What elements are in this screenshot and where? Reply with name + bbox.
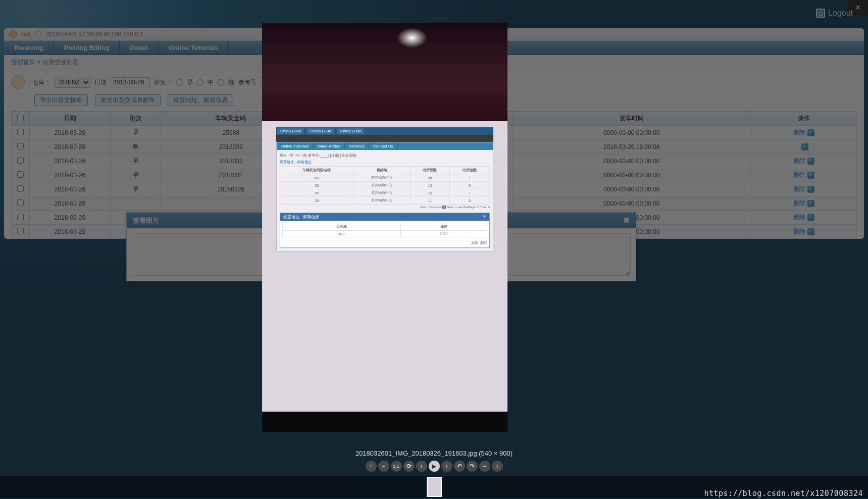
rotate-left-icon[interactable]: ↶ bbox=[454, 461, 465, 472]
flip-horizontal-icon[interactable]: ↔ bbox=[479, 461, 490, 472]
thumbnail[interactable] bbox=[427, 477, 442, 497]
rotate-right-icon[interactable]: ↷ bbox=[467, 461, 478, 472]
watermark: https://blog.csdn.net/x1207008324 bbox=[704, 489, 863, 498]
reset-icon[interactable]: ⟳ bbox=[403, 461, 415, 472]
mock-browser-tabs: China Fu88 China Fu88 China Fu88 bbox=[276, 127, 493, 135]
photo-bottom-bar bbox=[262, 412, 507, 432]
flip-vertical-icon[interactable]: ↕ bbox=[492, 461, 503, 472]
viewer-toolbar: + − 1:1 ⟳ ‹ ▶ › ↶ ↷ ↔ ↕ bbox=[0, 461, 868, 472]
one-to-one-icon[interactable]: 1:1 bbox=[391, 461, 402, 472]
photo-screen-area: China Fu88 China Fu88 China Fu88 Online … bbox=[262, 121, 507, 412]
photo-dark-area bbox=[262, 23, 507, 121]
viewer-image[interactable]: China Fu88 China Fu88 China Fu88 Online … bbox=[262, 23, 507, 432]
zoom-in-icon[interactable]: + bbox=[366, 461, 377, 472]
zoom-out-icon[interactable]: − bbox=[378, 461, 389, 472]
prev-icon[interactable]: ‹ bbox=[416, 461, 427, 472]
mock-app-window: Online Tutorials Value-Added Services Co… bbox=[276, 142, 493, 252]
play-icon[interactable]: ▶ bbox=[429, 461, 440, 472]
next-icon[interactable]: › bbox=[441, 461, 452, 472]
mock-menu: Online Tutorials Value-Added Services Co… bbox=[277, 142, 493, 150]
mock-table: 车辆安全码段名称目的地出货票数出货箱数 241东莞物流中心201 30东莞物流中… bbox=[280, 166, 490, 205]
mock-inner-dialog: 设置地址 · 邮箱信息✕ 目的地操作 ZBC☐ ☐ 添加 删除 bbox=[280, 213, 490, 248]
viewer-caption: 2018032601_IMG_20180326_191603.jpg (540 … bbox=[0, 450, 868, 457]
